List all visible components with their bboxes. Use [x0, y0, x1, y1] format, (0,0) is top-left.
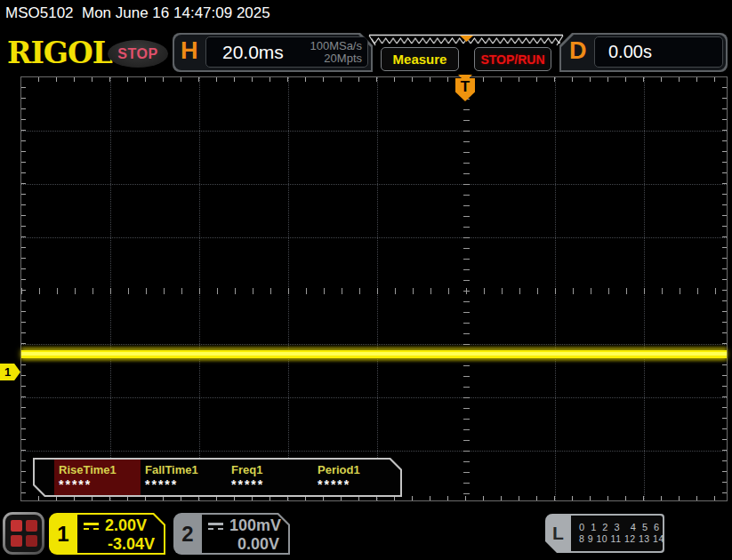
channel1-number: 1 [49, 513, 77, 555]
acquisition-info: 100MSa/s 20Mpts [310, 40, 362, 65]
dc-icon-solid-bar [84, 523, 99, 525]
channel2-scale: 100mV [229, 516, 281, 535]
menu-grid-square [26, 520, 37, 532]
delay-value: 0.00s [608, 42, 652, 62]
measurement-panel: RiseTime1 ***** FallTime1 ***** Freq1 **… [33, 458, 402, 497]
channel2-offset: 0.00V [208, 535, 281, 553]
menu-grid-square [11, 535, 22, 547]
channel2-number: 2 [173, 513, 202, 555]
channel1-status[interactable]: 1 2.00V -3.04V [49, 513, 165, 555]
measurement-label: Period1 [318, 463, 399, 476]
measurement-label: RiseTime1 [59, 463, 141, 476]
measurement-cell-freq[interactable]: Freq1 ***** [227, 460, 313, 495]
logic-channels: 0 1 2 3 4 5 6 7 8 9 10 11 12 13 14 15 [571, 516, 663, 551]
dc-icon-solid-bar [208, 523, 223, 525]
channel2-values: 100mV 0.00V [202, 515, 288, 553]
dc-coupling-icon [208, 523, 223, 530]
measurement-cell-risetime[interactable]: RiseTime1 ***** [54, 460, 141, 495]
delay-box[interactable]: 0.00s [594, 36, 723, 68]
logic-channels-row2: 8 9 10 11 12 13 14 15 [579, 533, 663, 545]
delay-label: D [569, 37, 587, 65]
oscilloscope-screen: MSO5102 Mon June 16 14:47:09 2025 RIGOL … [0, 0, 732, 560]
graticule [20, 76, 728, 501]
measurement-cell-period[interactable]: Period1 ***** [313, 460, 399, 495]
menu-button[interactable] [3, 512, 44, 555]
measure-button[interactable]: Measure [381, 47, 459, 71]
channel1-values: 2.00V -3.04V [77, 515, 164, 553]
logic-channels-row1: 0 1 2 3 4 5 6 7 [579, 522, 663, 533]
measurement-value: ***** [145, 477, 227, 492]
channel1-scale: 2.00V [105, 516, 147, 535]
ch1-trace-highlight [21, 352, 727, 356]
sample-rate: 100MSa/s [310, 39, 362, 52]
status-model-time: MSO5102 Mon June 16 14:47:09 2025 [5, 4, 270, 22]
measurement-value: ***** [59, 477, 141, 492]
menu-grid-square [26, 535, 37, 547]
waveform-preview-icon [367, 34, 565, 47]
channel2-status[interactable]: 2 100mV 0.00V [173, 513, 290, 555]
logic-analyzer-status[interactable]: L 0 1 2 3 4 5 6 7 8 9 10 11 12 13 14 15 [545, 514, 664, 553]
measurement-label: FallTime1 [145, 463, 227, 476]
ch1-trace[interactable] [21, 77, 727, 500]
horizontal-label: H [181, 37, 198, 65]
menu-button-face [5, 515, 42, 552]
timebase-value: 20.0ms [222, 42, 284, 63]
dc-icon-dashed-bar [84, 528, 99, 530]
measurement-value: ***** [318, 477, 399, 492]
logic-label: L [545, 514, 571, 553]
memory-depth: 20Mpts [324, 52, 362, 65]
dc-icon-dashed-bar [208, 528, 223, 530]
waveform-position-bar[interactable] [367, 34, 565, 47]
measurement-cell-falltime[interactable]: FallTime1 ***** [141, 460, 227, 495]
channel1-offset: -3.04V [84, 535, 157, 553]
run-state-indicator: STOP [108, 40, 168, 68]
timebase-box[interactable]: 20.0ms 100MSa/s 20Mpts [205, 36, 368, 68]
horizontal-panel[interactable]: H 20.0ms 100MSa/s 20Mpts [173, 33, 373, 72]
measurement-label: Freq1 [231, 463, 313, 476]
stop-run-button[interactable]: STOP/RUN [474, 47, 551, 71]
ch1-position-marker[interactable]: 1 [0, 364, 20, 380]
measurement-panel-body: RiseTime1 ***** FallTime1 ***** Freq1 **… [35, 460, 400, 495]
delay-panel[interactable]: D 0.00s [559, 33, 728, 72]
measurement-value: ***** [231, 477, 313, 492]
menu-grid-square [11, 520, 22, 532]
dc-coupling-icon [84, 523, 99, 530]
rigol-logo: RIGOL [7, 36, 112, 70]
menu-grid-icon [11, 520, 37, 547]
